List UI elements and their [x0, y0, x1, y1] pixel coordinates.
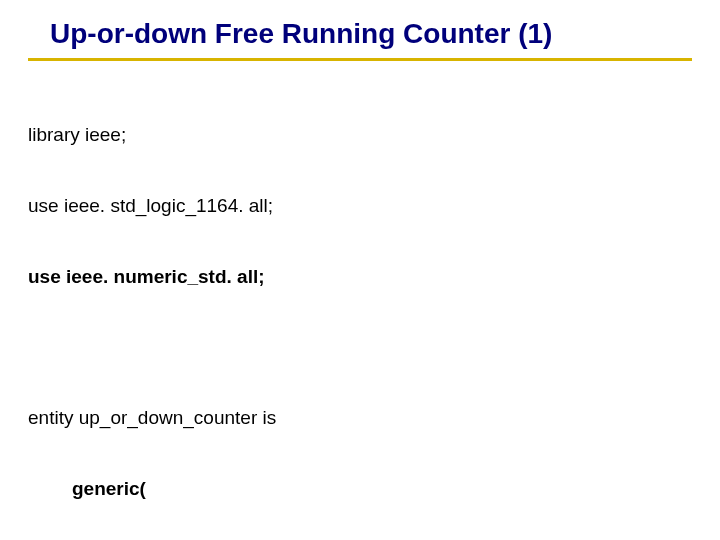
- code-line: use ieee. numeric_std. all;: [28, 265, 692, 289]
- code-line: entity up_or_down_counter is: [28, 406, 692, 430]
- blank-line: [28, 336, 692, 358]
- code-line: generic(: [28, 477, 692, 501]
- vhdl-code-block: library ieee; use ieee. std_logic_1164. …: [28, 75, 692, 540]
- slide: Up-or-down Free Running Counter (1) libr…: [0, 0, 720, 540]
- code-line: library ieee;: [28, 123, 692, 147]
- code-line: use ieee. std_logic_1164. all;: [28, 194, 692, 218]
- slide-title: Up-or-down Free Running Counter (1): [28, 18, 692, 61]
